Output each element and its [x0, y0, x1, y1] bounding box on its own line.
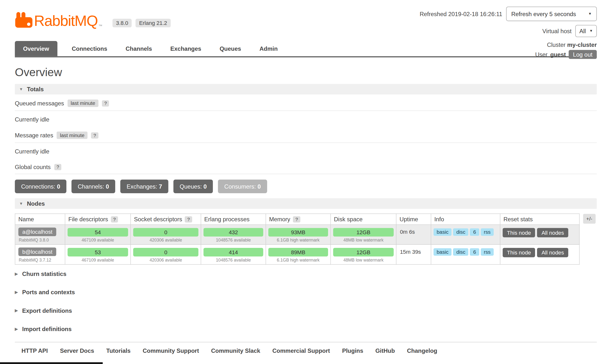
refresh-interval-select[interactable]: Refresh every 5 seconds ▼ — [506, 7, 597, 21]
info-badge-rss: rss — [481, 248, 494, 256]
help-icon[interactable]: ? — [91, 132, 98, 139]
virtual-host-value: All — [579, 28, 586, 34]
cluster-label: Cluster — [547, 41, 566, 48]
export-definitions-label: Export definitions — [22, 307, 72, 314]
tab-queues[interactable]: Queues — [216, 41, 245, 56]
nodes-section-header[interactable]: ▼ Nodes — [15, 198, 597, 209]
col-uptime: Uptime — [396, 214, 431, 225]
node-version: RabbitMQ 3.8.0 — [19, 238, 62, 242]
reset-this-node-button[interactable]: This node — [503, 228, 535, 237]
churn-statistics-section-header[interactable]: ▶ Churn statistics — [15, 265, 597, 283]
user-name: guest — [550, 51, 566, 58]
disk-space-watermark: 48MB low watermark — [333, 238, 394, 242]
disk-space-cell: 12GB 48MB low watermark — [331, 225, 396, 245]
queues-count-label: Queues: — [180, 183, 202, 190]
info-badge-basic: basic — [434, 248, 452, 256]
erlang-processes-available: 1048576 available — [204, 238, 263, 242]
exchanges-count-value: 7 — [159, 183, 162, 190]
memory-bar: 93MB — [268, 228, 328, 236]
col-erlang-processes: Erlang processes — [201, 214, 266, 225]
export-definitions-section-header[interactable]: ▶ Export definitions — [15, 301, 597, 320]
help-icon[interactable]: ? — [54, 164, 62, 170]
footer-link-http-api[interactable]: HTTP API — [21, 347, 48, 354]
tab-channels[interactable]: Channels — [122, 41, 156, 56]
channels-count-label: Channels: — [78, 183, 104, 190]
import-definitions-section-header[interactable]: ▶ Import definitions — [15, 320, 597, 338]
node-version: RabbitMQ 3.7.12 — [19, 258, 62, 262]
footer-link-plugins[interactable]: Plugins — [342, 347, 363, 354]
col-erlang-processes-label: Erlang processes — [204, 216, 249, 222]
footer-link-github[interactable]: GitHub — [375, 347, 395, 354]
totals-section-header[interactable]: ▼ Totals — [15, 84, 597, 94]
ports-and-contexts-section-header[interactable]: ▶ Ports and contexts — [15, 283, 597, 301]
consumers-count-label: Consumers: — [224, 183, 256, 190]
erlang-processes-cell: 432 1048576 available — [201, 225, 266, 245]
help-icon[interactable]: ? — [185, 216, 192, 222]
file-descriptors-bar: 53 — [68, 248, 128, 256]
help-icon[interactable]: ? — [102, 100, 109, 106]
expand-arrow-icon: ▶ — [15, 309, 18, 313]
reset-stats-cell: This nodeAll nodes — [500, 225, 579, 245]
exchanges-count-label: Exchanges: — [127, 183, 157, 190]
footer-link-commercial-support[interactable]: Commercial Support — [272, 347, 330, 354]
message-rates-heading: Message rates last minute ? — [15, 126, 597, 143]
logout-button[interactable]: Log out — [569, 50, 597, 59]
erlang-processes-available: 1048576 available — [204, 258, 263, 262]
connections-count-button[interactable]: Connections: 0 — [15, 180, 66, 193]
brand-name: RabbitMQ — [34, 12, 98, 29]
reset-this-node-button[interactable]: This node — [503, 248, 535, 257]
reset-all-nodes-button[interactable]: All nodes — [537, 248, 568, 257]
expand-arrow-icon: ▶ — [15, 272, 18, 276]
expand-arrow-icon: ▶ — [15, 327, 18, 331]
channels-count-button[interactable]: Channels: 0 — [72, 180, 115, 193]
virtual-host-select[interactable]: All ▼ — [575, 25, 597, 37]
tab-exchanges[interactable]: Exchanges — [166, 41, 205, 56]
footer-link-community-slack[interactable]: Community Slack — [211, 347, 260, 354]
col-file-descriptors: File descriptors? — [65, 214, 131, 225]
rabbitmq-logo: RabbitMQ ™ — [15, 11, 103, 29]
tab-overview[interactable]: Overview — [15, 41, 57, 56]
nav-tabs: Overview Connections Channels Exchanges … — [15, 41, 597, 56]
consumers-count-button[interactable]: Consumers: 0 — [218, 180, 267, 193]
tab-admin[interactable]: Admin — [256, 41, 282, 56]
help-icon[interactable]: ? — [111, 216, 118, 222]
collapse-arrow-icon: ▼ — [19, 87, 23, 91]
memory-cell: 89MB 6.1GB high watermark — [266, 244, 331, 264]
footer-link-tutorials[interactable]: Tutorials — [106, 347, 131, 354]
top-right-controls: Refreshed 2019-02-18 16:26:11 Refresh ev… — [420, 7, 597, 37]
queued-messages-mode-badge[interactable]: last minute — [68, 100, 98, 107]
socket-descriptors-bar: 0 — [133, 228, 198, 236]
global-counts-heading: Global counts ? — [15, 159, 597, 174]
help-icon[interactable]: ? — [293, 216, 300, 222]
version-badges: 3.8.0 Erlang 21.2 — [113, 19, 171, 29]
info-cell: basicdisc6rss — [431, 225, 500, 245]
erlang-processes-bar: 432 — [204, 228, 263, 236]
chevron-down-icon: ▼ — [590, 29, 593, 33]
disk-space-bar: 12GB — [333, 228, 394, 236]
node-row: b@localhost RabbitMQ 3.7.12 53 467109 av… — [15, 244, 579, 264]
reset-all-nodes-button[interactable]: All nodes — [537, 228, 568, 237]
column-toggle-button[interactable]: +/- — [583, 214, 595, 224]
ports-and-contexts-label: Ports and contexts — [22, 289, 75, 295]
queues-count-button[interactable]: Queues: 0 — [173, 180, 213, 193]
node-name-badge[interactable]: b@localhost — [18, 247, 56, 256]
footer-link-server-docs[interactable]: Server Docs — [60, 347, 94, 354]
memory-cell: 93MB 6.1GB high watermark — [266, 225, 331, 245]
footer-link-community-support[interactable]: Community Support — [143, 347, 199, 354]
col-memory: Memory? — [266, 214, 331, 225]
info-badge-basic: basic — [434, 228, 452, 236]
col-socket-descriptors-label: Socket descriptors — [134, 216, 182, 222]
footer-link-changelog[interactable]: Changelog — [407, 347, 437, 354]
tab-connections[interactable]: Connections — [68, 41, 111, 56]
node-name-cell: a@localhost RabbitMQ 3.8.0 — [15, 225, 65, 245]
global-counts-buttons: Connections: 0 Channels: 0 Exchanges: 7 … — [15, 180, 597, 193]
message-rates-mode-badge[interactable]: last minute — [57, 131, 88, 139]
nodes-table-area: Name File descriptors? Socket descriptor… — [15, 213, 597, 265]
col-info: Info — [431, 214, 500, 225]
uptime-value: 0m 6s — [400, 229, 415, 235]
col-name: Name — [15, 214, 65, 225]
col-reset-stats: Reset stats — [500, 214, 579, 225]
node-name-badge[interactable]: a@localhost — [18, 228, 56, 236]
col-file-descriptors-label: File descriptors — [68, 216, 108, 222]
exchanges-count-button[interactable]: Exchanges: 7 — [120, 180, 168, 193]
